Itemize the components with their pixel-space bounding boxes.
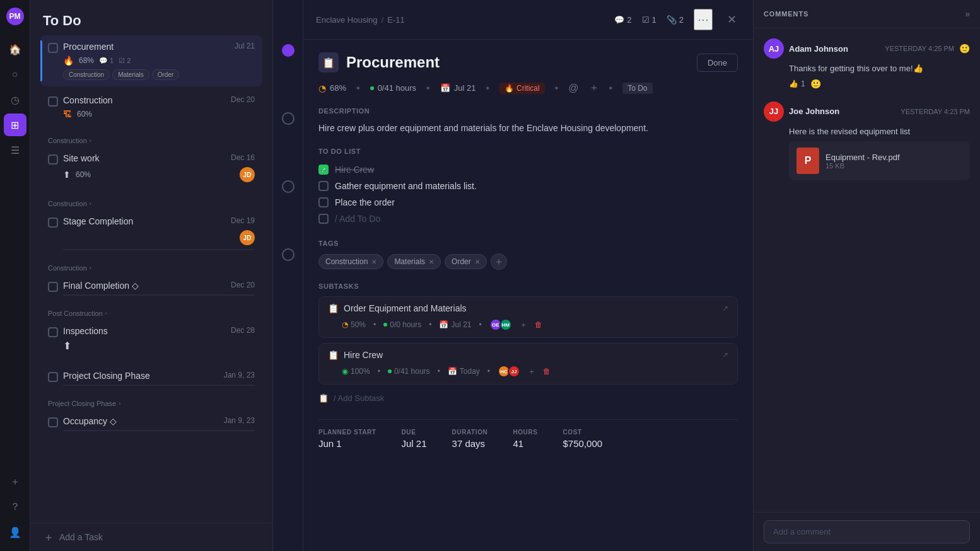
task-item-projectclosing[interactable]: Project Closing Phase Jan 9, 23 xyxy=(40,364,262,392)
task-item-finalcompletion[interactable]: Final Completion ◇ Dec 20 xyxy=(40,274,262,302)
description-label: DESCRIPTION xyxy=(318,107,738,115)
task-item-occupancy[interactable]: Occupancy ◇ Jan 9, 23 xyxy=(40,410,262,438)
detail-window: Enclave Housing / E-11 💬 2 ☑ 1 📎 2 ⋯ ✕ xyxy=(303,0,980,551)
comment-reactions-adam: 👍 1 🙂 xyxy=(789,79,970,89)
task-list-panel: To Do Procurement Jul 21 🔥 68% 💬 1 ☑ 2 C… xyxy=(30,0,273,551)
todo-checkbox-gather[interactable] xyxy=(318,181,329,191)
subtasks-label: SUBTASKS xyxy=(318,282,738,290)
task-checkbox-construction[interactable] xyxy=(48,96,58,107)
user-avatar[interactable]: PM xyxy=(6,8,24,25)
nav-add[interactable]: ＋ xyxy=(4,470,26,493)
nav-recent[interactable]: ◷ xyxy=(4,88,26,111)
add-task-button[interactable]: ＋ Add a Task xyxy=(30,523,272,551)
todo-checkbox-hire-crew[interactable]: ✓ xyxy=(318,165,329,175)
comment-header-adam: AJ Adam Johnson YESTERDAY 4:25 PM 🙂 xyxy=(764,38,970,59)
task-checkbox-sitework[interactable] xyxy=(48,154,58,165)
detail-scroll: 📋 Procurement Done ◔ 68% • 0/41 hours • … xyxy=(303,40,753,551)
nav-tasks[interactable]: ☰ xyxy=(4,139,26,161)
comment-item-adam: AJ Adam Johnson YESTERDAY 4:25 PM 🙂 Than… xyxy=(764,38,970,89)
todo-label: TO DO LIST xyxy=(318,148,738,155)
progress-text-construction: 60% xyxy=(77,110,92,119)
task-item-construction[interactable]: Construction Dec 20 🏗 60% xyxy=(40,89,262,129)
task-item-procurement[interactable]: Procurement Jul 21 🔥 68% 💬 1 ☑ 2 Constru… xyxy=(40,35,262,86)
task-meta-inspections: ⬆ xyxy=(63,340,255,352)
task-checkbox-procurement[interactable] xyxy=(48,43,58,53)
tag-remove-construction[interactable]: ✕ xyxy=(371,258,376,265)
nav-user-circle[interactable]: 👤 xyxy=(4,521,26,543)
collapse-comments-button[interactable]: » xyxy=(965,9,970,19)
task-date-sitework: Dec 16 xyxy=(231,153,255,162)
metric-label-cost: COST xyxy=(563,429,603,436)
subtask-link-hire[interactable]: ↗ xyxy=(722,351,728,359)
task-checkbox-projectclosing[interactable] xyxy=(48,372,58,382)
task-checkbox-occupancy[interactable] xyxy=(48,417,58,427)
comment-time-adam: YESTERDAY 4:25 PM xyxy=(885,45,954,52)
metric-value-hours: 41 xyxy=(513,438,537,449)
task-item-sitework[interactable]: Site work Dec 16 ⬆ 60% JD xyxy=(40,147,262,192)
task-checkbox-stagecompletion[interactable] xyxy=(48,218,58,228)
task-checkbox-inspections[interactable] xyxy=(48,327,58,337)
nav-inbox[interactable]: ○ xyxy=(4,63,26,86)
tags-label: TAGS xyxy=(318,240,738,247)
comment-input[interactable] xyxy=(764,520,970,543)
todo-section: TO DO LIST ✓ Hire Crew Gather equipment … xyxy=(318,148,738,227)
detail-panel: Enclave Housing / E-11 💬 2 ☑ 1 📎 2 ⋯ ✕ xyxy=(303,0,753,551)
tasks-icon-procurement: ☑ 2 xyxy=(119,57,131,65)
task-date-projectclosing: Jan 9, 23 xyxy=(224,371,255,380)
group-label-construction-final: Construction › xyxy=(40,259,262,274)
metric-value-due: Jul 21 xyxy=(402,438,427,449)
metric-value-planned-start: Jun 1 xyxy=(318,438,376,449)
tag-chip-materials: Materials ✕ xyxy=(387,254,441,269)
task-date-construction: Dec 20 xyxy=(231,95,255,104)
add-subtask-button[interactable]: 📋 / Add Subtask xyxy=(318,390,738,407)
more-options-button[interactable]: ⋯ xyxy=(694,9,713,30)
close-button[interactable]: ✕ xyxy=(723,11,740,28)
add-todo-button[interactable]: / Add To Do xyxy=(318,211,738,227)
tag-add-button[interactable]: ＋ xyxy=(491,253,507,270)
tag-construction: Construction xyxy=(63,69,110,80)
breadcrumb-id: E-11 xyxy=(387,15,404,25)
priority-badge: 🔥 Critical xyxy=(499,83,545,94)
tag-chip-construction: Construction ✕ xyxy=(318,254,383,269)
add-reaction-adam[interactable]: 🙂 xyxy=(810,79,821,89)
d-column-panel xyxy=(273,0,303,551)
task-checkbox-finalcompletion[interactable] xyxy=(48,282,58,292)
add-task-plus-icon: ＋ xyxy=(43,530,54,545)
comment-item-joe: JJ Joe Johnson YESTERDAY 4:23 PM Here is… xyxy=(764,102,970,181)
breadcrumb: Enclave Housing / E-11 xyxy=(316,15,405,25)
metric-label-hours: HOURS xyxy=(513,429,537,436)
nav-help[interactable]: ？ xyxy=(4,496,26,518)
done-button[interactable]: Done xyxy=(697,54,738,72)
attachment-icon-pdf: P xyxy=(796,148,819,174)
subtask-icon-hire: 📋 xyxy=(328,350,339,360)
progress-bar-projectclosing xyxy=(63,385,255,386)
task-item-stagecompletion[interactable]: Stage Completion Dec 19 JD xyxy=(40,210,262,257)
group-label-construction-site: Construction › xyxy=(40,132,262,147)
task-item-inspections[interactable]: Inspections Dec 28 ⬆ xyxy=(40,320,262,362)
metric-hours: HOURS 41 xyxy=(513,429,537,449)
tag-remove-materials[interactable]: ✕ xyxy=(429,258,434,265)
task-meta-stagecompletion: JD xyxy=(63,230,255,245)
task-title-row: 📋 Procurement Done xyxy=(318,52,738,72)
task-count-stat: ☑ 1 xyxy=(642,15,656,25)
task-name-sitework: Site work xyxy=(63,153,226,163)
subtask-link-order[interactable]: ↗ xyxy=(722,304,728,313)
metric-due: DUE Jul 21 xyxy=(402,429,427,449)
comments-panel-header: COMMENTS » xyxy=(754,0,980,28)
subtask-avatars-hire: HC JJ xyxy=(498,365,520,378)
progress-icon-sitework: ⬆ xyxy=(63,170,71,180)
header-actions: 💬 2 ☑ 1 📎 2 ⋯ ✕ xyxy=(614,9,740,30)
tag-remove-order[interactable]: ✕ xyxy=(475,258,480,265)
todo-checkbox-place-order[interactable] xyxy=(318,197,329,207)
group-label-construction-stage: Construction › xyxy=(40,195,262,210)
nav-projects[interactable]: ⊞ xyxy=(4,113,26,136)
subtask-order-equipment: 📋 Order Equipment and Materials ↗ ◔ 50% … xyxy=(318,296,738,338)
comments-title: COMMENTS xyxy=(764,10,808,18)
d-check-1 xyxy=(282,112,295,125)
task-date-inspections: Dec 28 xyxy=(231,326,255,335)
progress-bar-finalcompletion xyxy=(63,294,255,296)
comment-body-adam: Thanks for getting this over to me!👍 xyxy=(789,62,970,75)
emoji-button-adam[interactable]: 🙂 xyxy=(959,44,970,54)
metric-duration: DURATION 37 days xyxy=(452,429,488,449)
nav-home[interactable]: 🏠 xyxy=(4,38,26,61)
